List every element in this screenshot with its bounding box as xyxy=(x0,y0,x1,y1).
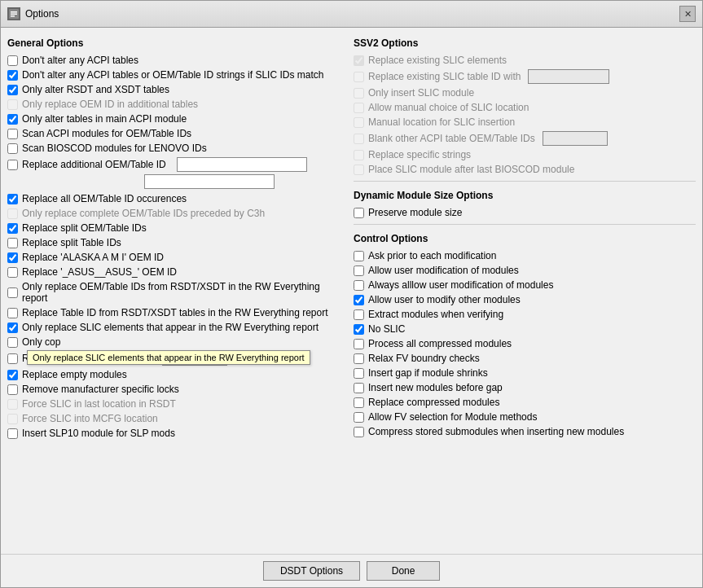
title-bar: Options ✕ xyxy=(1,1,702,28)
replace-additional-oem-label: Replace additional OEM/Table ID xyxy=(22,159,166,170)
replace-table-rsdt-rw-label: Replace Table ID from RSDT/XSDT tables i… xyxy=(22,307,328,318)
ssv2-options-header: SSV2 Options xyxy=(354,37,696,49)
replace-existing-slic-label: Replace existing SLIC elements xyxy=(368,55,507,66)
ask-prior-checkbox[interactable] xyxy=(354,251,364,261)
replace-empty-label: Replace empty modules xyxy=(22,369,127,380)
dont-alter-acpi-checkbox[interactable] xyxy=(7,55,18,66)
ask-prior-item: Ask prior to each modification xyxy=(354,249,696,262)
replace-compressed-label: Replace compressed modules xyxy=(368,397,499,408)
replace-additional-oem-input2[interactable] xyxy=(144,174,275,189)
extract-verifying-item: Extract modules when verifying xyxy=(354,308,696,321)
insert-gap-label: Insert gap if module shrinks xyxy=(368,367,488,379)
replace-specific-item: Replace specific strings xyxy=(354,148,696,161)
title-bar-left: Options xyxy=(7,7,59,20)
replace-all-oem-label: Replace all OEM/Table ID occurences xyxy=(22,193,187,204)
replace-split-table-item: Replace split Table IDs xyxy=(7,236,347,249)
allow-user-other-checkbox[interactable] xyxy=(354,295,364,305)
allow-user-mod-item: Allow user modification of modules xyxy=(354,264,696,277)
dont-alter-acpi-label: Don't alter any ACPI tables xyxy=(22,55,138,66)
insert-new-before-gap-checkbox[interactable] xyxy=(354,383,364,393)
replace-asus-item: Replace '_ASUS__ASUS_' OEM ID xyxy=(7,265,347,279)
extract-verifying-label: Extract modules when verifying xyxy=(368,309,503,320)
replace-empty-checkbox[interactable] xyxy=(7,370,18,380)
place-slic-after-checkbox xyxy=(354,165,364,175)
insert-slp10-item: Insert SLP10 module for SLP mods xyxy=(7,427,347,440)
compress-submodules-item: Compress stored submodules when insertin… xyxy=(354,425,696,438)
right-panel: SSV2 Options Replace existing SLIC eleme… xyxy=(354,34,696,547)
only-replace-oem-add-item: Only replace OEM ID in additional tables xyxy=(7,98,347,111)
only-alter-rsdt-checkbox[interactable] xyxy=(7,85,18,95)
replace-all-oem-checkbox[interactable] xyxy=(7,194,18,204)
allow-manual-slic-checkbox xyxy=(354,103,364,113)
only-replace-slic-rw-checkbox[interactable] xyxy=(7,323,18,333)
remove-mfr-locks-label: Remove manufacturer specific locks xyxy=(22,384,179,395)
remove-mfr-locks-checkbox[interactable] xyxy=(7,384,18,395)
replace-additional-oem-input[interactable] xyxy=(177,157,307,172)
only-alter-rsdt-item: Only alter RSDT and XSDT tables xyxy=(7,83,347,96)
blank-other-acpi-input xyxy=(543,131,608,146)
replace-slic-table-checkbox xyxy=(354,72,364,82)
replace-split-oem-item: Replace split OEM/Table IDs xyxy=(7,222,347,235)
tooltip-only-copy: Only replace SLIC elements that appear i… xyxy=(27,350,310,365)
force-slic-mcfg-item: Force SLIC into MCFG location xyxy=(7,412,347,425)
allow-user-other-item: Allow user to modify other modules xyxy=(354,293,696,306)
blank-other-acpi-label: Blank other ACPI table OEM/Table IDs xyxy=(368,133,535,144)
replace-split-oem-checkbox[interactable] xyxy=(7,223,18,234)
replace-asus-checkbox[interactable] xyxy=(7,267,18,278)
compress-submodules-label: Compress stored submodules when insertin… xyxy=(368,426,624,437)
only-alter-main-checkbox[interactable] xyxy=(7,114,18,125)
scan-bioscod-checkbox[interactable] xyxy=(7,143,18,154)
insert-slp10-checkbox[interactable] xyxy=(7,428,18,439)
no-slic-checkbox[interactable] xyxy=(354,324,364,335)
close-button[interactable]: ✕ xyxy=(679,6,696,22)
force-slic-mcfg-checkbox xyxy=(7,414,18,424)
only-alter-main-item: Only alter tables in main ACPI module xyxy=(7,112,347,125)
replace-all-slic-checkbox[interactable] xyxy=(7,353,18,364)
replace-table-rsdt-rw-checkbox[interactable] xyxy=(7,308,18,318)
allow-user-other-label: Allow user to modify other modules xyxy=(368,294,521,305)
blank-other-acpi-checkbox xyxy=(354,134,364,144)
replace-additional-oem-checkbox[interactable] xyxy=(7,160,18,170)
only-replace-slic-rw-item: Only replace SLIC elements that appear i… xyxy=(7,321,347,334)
remove-mfr-locks-item: Remove manufacturer specific locks xyxy=(7,383,347,396)
done-button[interactable]: Done xyxy=(367,561,440,581)
relax-fv-item: Relax FV boundry checks xyxy=(354,352,696,365)
preserve-module-size-checkbox[interactable] xyxy=(354,208,364,218)
allow-user-mod-checkbox[interactable] xyxy=(354,265,364,276)
insert-gap-checkbox[interactable] xyxy=(354,368,364,379)
dont-alter-acpi-oem-item: Don't alter any ACPI tables or OEM/Table… xyxy=(7,68,347,81)
only-insert-slic-checkbox xyxy=(354,88,364,99)
dont-alter-acpi-oem-label: Don't alter any ACPI tables or OEM/Table… xyxy=(22,69,323,81)
manual-location-checkbox xyxy=(354,117,364,128)
only-replace-rsdt-rw-checkbox[interactable] xyxy=(7,287,18,298)
allow-fv-selection-item: Allow FV selection for Module methods xyxy=(354,410,696,423)
allow-fv-selection-checkbox[interactable] xyxy=(354,412,364,423)
relax-fv-checkbox[interactable] xyxy=(354,353,364,364)
replace-alaska-checkbox[interactable] xyxy=(7,252,18,263)
dsdt-options-button[interactable]: DSDT Options xyxy=(263,561,360,581)
allow-user-mod-label: Allow user modification of modules xyxy=(368,265,519,276)
place-slic-after-label: Place SLIC module after last BIOSCOD mod… xyxy=(368,164,574,175)
replace-existing-slic-item: Replace existing SLIC elements xyxy=(354,54,696,67)
replace-split-table-checkbox[interactable] xyxy=(7,238,18,248)
extract-verifying-checkbox[interactable] xyxy=(354,309,364,320)
replace-alaska-item: Replace 'ALASKA A M I' OEM ID xyxy=(7,251,347,264)
replace-asus-label: Replace '_ASUS__ASUS_' OEM ID xyxy=(22,266,177,278)
scan-acpi-oem-checkbox[interactable] xyxy=(7,129,18,139)
process-compressed-checkbox[interactable] xyxy=(354,339,364,349)
only-alter-main-label: Only alter tables in main ACPI module xyxy=(22,113,187,125)
dont-alter-acpi-oem-checkbox[interactable] xyxy=(7,70,18,81)
insert-gap-item: Insert gap if module shrinks xyxy=(354,366,696,380)
svg-rect-2 xyxy=(11,14,17,15)
replace-compressed-checkbox[interactable] xyxy=(354,397,364,408)
always-allow-user-checkbox[interactable] xyxy=(354,280,364,291)
svg-rect-3 xyxy=(11,15,15,17)
manual-location-item: Manual location for SLIC insertion xyxy=(354,116,696,129)
compress-submodules-checkbox[interactable] xyxy=(354,427,364,437)
replace-additional-oem-item: Replace additional OEM/Table ID xyxy=(7,156,347,173)
replace-specific-checkbox xyxy=(354,150,364,160)
scan-bioscod-label: Scan BIOSCOD modules for LENOVO IDs xyxy=(22,143,207,154)
only-copy-checkbox[interactable] xyxy=(7,337,18,348)
replace-compressed-item: Replace compressed modules xyxy=(354,396,696,409)
always-allow-user-label: Always alllow user modification of modul… xyxy=(368,279,553,291)
